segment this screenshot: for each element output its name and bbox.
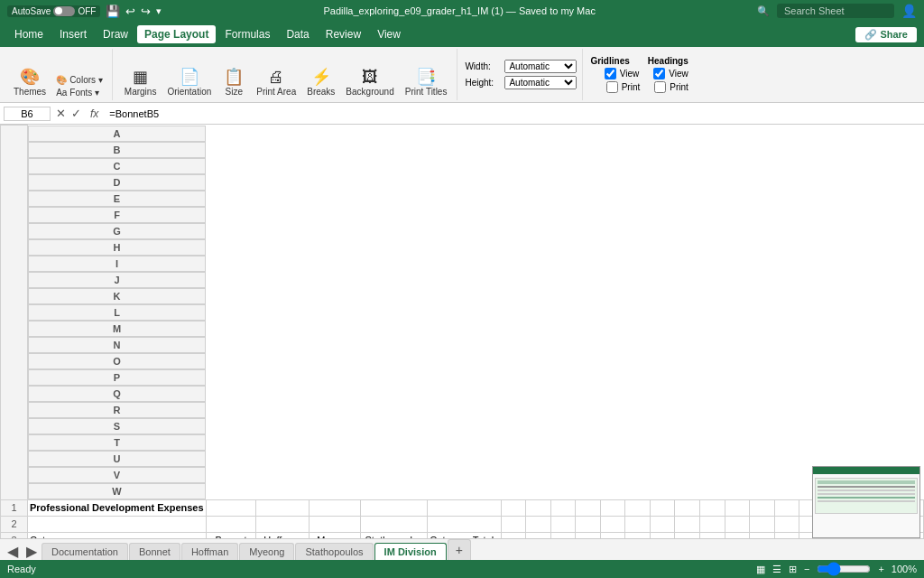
cell-G1[interactable] <box>501 499 526 516</box>
menu-review[interactable]: Review <box>319 25 368 43</box>
col-header-S[interactable]: S <box>28 418 206 434</box>
view-custom-icon[interactable]: ⊞ <box>789 564 797 575</box>
cell-P3[interactable] <box>725 532 750 538</box>
tab-hoffman[interactable]: Hoffman <box>181 543 238 560</box>
cell-M3[interactable] <box>650 532 675 538</box>
themes-button[interactable]: 🎨 Themes <box>9 67 51 98</box>
cell-O3[interactable] <box>699 532 725 538</box>
menu-insert[interactable]: Insert <box>52 25 94 43</box>
col-header-E[interactable]: E <box>28 191 206 207</box>
autosave-badge[interactable]: AutoSave OFF <box>7 5 100 17</box>
orientation-button[interactable]: 📄 Orientation <box>162 67 216 98</box>
tab-documentation[interactable]: Documentation <box>42 543 128 560</box>
cell-F1[interactable] <box>428 499 501 516</box>
col-header-F[interactable]: F <box>28 207 206 223</box>
size-button[interactable]: 📋 Size <box>217 67 250 98</box>
add-sheet-button[interactable]: + <box>448 539 471 560</box>
redo-icon[interactable]: ↪ <box>141 5 151 18</box>
menu-view[interactable]: View <box>370 25 408 43</box>
row-num-3[interactable]: 3 <box>1 532 28 538</box>
tab-im-division[interactable]: IM Division <box>374 543 447 560</box>
cell-N2[interactable] <box>675 516 700 532</box>
gridlines-print-checkbox[interactable] <box>606 81 618 93</box>
cell-P1[interactable] <box>725 499 750 516</box>
search-input[interactable] <box>777 4 894 18</box>
cell-C2[interactable] <box>256 516 309 532</box>
headings-view-checkbox[interactable] <box>653 68 665 79</box>
cell-H2[interactable] <box>526 516 551 532</box>
name-box[interactable] <box>4 107 51 121</box>
undo-icon[interactable]: ↩ <box>125 5 135 18</box>
grid-container[interactable]: A B C D E F G H I J K L M N O P Q <box>0 125 924 538</box>
gridlines-view-checkbox[interactable] <box>605 68 616 79</box>
cell-D2[interactable] <box>309 516 360 532</box>
share-button[interactable]: 🔗 Share <box>855 27 917 42</box>
cell-G2[interactable] <box>501 516 526 532</box>
sheet-nav-right[interactable]: ▶ <box>23 543 41 560</box>
cell-K3[interactable] <box>600 532 625 538</box>
menu-formulas[interactable]: Formulas <box>217 25 277 43</box>
col-header-D[interactable]: D <box>28 174 206 191</box>
col-header-M[interactable]: M <box>28 321 206 337</box>
background-button[interactable]: 🖼 Background <box>341 67 398 98</box>
col-header-B[interactable]: B <box>28 142 206 158</box>
cell-Q3[interactable] <box>750 532 775 538</box>
cell-M1[interactable] <box>650 499 675 516</box>
cell-P2[interactable] <box>725 516 750 532</box>
col-header-U[interactable]: U <box>28 451 206 467</box>
col-header-O[interactable]: O <box>28 353 206 369</box>
breaks-button[interactable]: ⚡ Breaks <box>302 67 339 98</box>
menu-home[interactable]: Home <box>7 25 51 43</box>
cell-L3[interactable] <box>625 532 651 538</box>
cell-B1[interactable] <box>206 499 256 516</box>
cell-I1[interactable] <box>550 499 576 516</box>
account-icon[interactable]: 👤 <box>901 4 917 18</box>
cancel-formula-icon[interactable]: ✕ <box>54 107 68 120</box>
col-header-W[interactable]: W <box>28 483 206 499</box>
cell-C3[interactable]: Hoffman <box>256 532 309 538</box>
cell-H3[interactable] <box>526 532 551 538</box>
col-header-T[interactable]: T <box>28 434 206 451</box>
cell-B3[interactable]: Bonnet <box>206 532 256 538</box>
row-num-2[interactable]: 2 <box>1 516 28 532</box>
margins-button[interactable]: ▦ Margins <box>120 67 162 98</box>
cell-D3[interactable]: Myeong <box>309 532 360 538</box>
col-header-K[interactable]: K <box>28 288 206 304</box>
cell-L1[interactable] <box>625 499 651 516</box>
cell-Q2[interactable] <box>750 516 775 532</box>
autosave-toggle[interactable] <box>53 6 75 16</box>
cell-L2[interactable] <box>625 516 651 532</box>
zoom-in-button[interactable]: + <box>878 564 883 574</box>
menu-draw[interactable]: Draw <box>96 25 135 43</box>
confirm-formula-icon[interactable]: ✓ <box>69 107 83 120</box>
save-icon[interactable]: 💾 <box>106 5 120 18</box>
cell-N1[interactable] <box>675 499 700 516</box>
col-header-C[interactable]: C <box>28 158 206 174</box>
colors-button[interactable]: 🎨 Colors ▾ <box>52 74 106 86</box>
col-header-V[interactable]: V <box>28 467 206 483</box>
tab-bonnet[interactable]: Bonnet <box>129 543 180 560</box>
cell-H1[interactable] <box>526 499 551 516</box>
cell-R3[interactable] <box>774 532 799 538</box>
menu-data[interactable]: Data <box>279 25 316 43</box>
zoom-out-button[interactable]: − <box>804 564 809 574</box>
col-header-G[interactable]: G <box>28 223 206 239</box>
width-select[interactable]: Automatic <box>504 60 577 73</box>
col-header-L[interactable]: L <box>28 304 206 321</box>
print-area-button[interactable]: 🖨 Print Area <box>252 67 300 98</box>
cell-O2[interactable] <box>699 516 725 532</box>
zoom-slider[interactable] <box>817 562 871 576</box>
cell-B2[interactable] <box>206 516 256 532</box>
cell-K1[interactable] <box>600 499 625 516</box>
cell-F2[interactable] <box>428 516 501 532</box>
col-header-Q[interactable]: Q <box>28 386 206 402</box>
cell-J2[interactable] <box>576 516 601 532</box>
cell-R1[interactable] <box>774 499 799 516</box>
fonts-button[interactable]: Aa Fonts ▾ <box>52 87 106 98</box>
cell-E3[interactable]: Stathopoulos <box>360 532 428 538</box>
col-header-R[interactable]: R <box>28 402 206 418</box>
height-select[interactable]: Automatic <box>504 76 577 89</box>
col-header-A[interactable]: A <box>28 126 206 142</box>
cell-A3[interactable]: Category <box>28 532 207 538</box>
col-header-J[interactable]: J <box>28 272 206 288</box>
